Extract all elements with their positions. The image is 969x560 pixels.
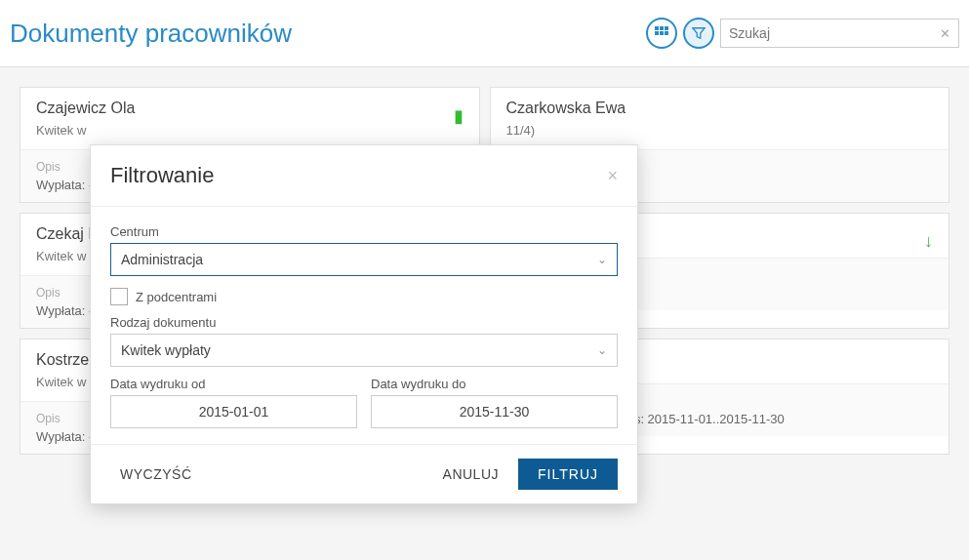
download-indicator-icon: ↓ — [924, 231, 933, 252]
date-to-input[interactable] — [371, 395, 618, 428]
page-header: Dokumenty pracowników ✕ — [0, 0, 969, 67]
search-box[interactable]: ✕ — [720, 19, 959, 48]
filter-toggle-button[interactable] — [683, 18, 714, 49]
grid-icon — [654, 25, 669, 41]
status-indicator-icon: ▮ — [454, 105, 464, 127]
subcenter-checkbox-row: Z podcentrami — [110, 288, 618, 305]
date-from-input[interactable] — [110, 395, 357, 428]
search-input[interactable] — [729, 25, 940, 41]
rodzaj-select[interactable]: Kwitek wypłaty ⌄ — [110, 334, 618, 367]
clear-button[interactable]: WYCZYŚĆ — [110, 459, 202, 490]
card-person-name: Czajewicz Ola — [36, 100, 464, 117]
subcenter-checkbox-label: Z podcentrami — [136, 290, 217, 304]
filter-button[interactable]: FILTRUJ — [518, 459, 618, 490]
chevron-down-icon: ⌄ — [597, 343, 607, 357]
date-to-label: Data wydruku do — [371, 377, 618, 391]
date-from-label: Data wydruku od — [110, 377, 357, 391]
close-icon[interactable]: × — [607, 166, 618, 186]
svg-rect-2 — [665, 26, 668, 30]
svg-rect-3 — [655, 31, 659, 35]
clear-search-icon[interactable]: ✕ — [940, 26, 950, 41]
header-controls: ✕ — [646, 18, 959, 49]
svg-rect-4 — [660, 31, 664, 35]
subcenter-checkbox[interactable] — [110, 288, 128, 305]
rodzaj-label: Rodzaj dokumentu — [110, 315, 618, 330]
centrum-label: Centrum — [110, 224, 618, 239]
svg-rect-1 — [660, 26, 664, 30]
centrum-value: Administracja — [121, 252, 203, 267]
card-subtitle: Kwitek w — [36, 123, 464, 138]
chevron-down-icon: ⌄ — [597, 253, 607, 266]
modal-footer: WYCZYŚĆ ANULUJ FILTRUJ — [91, 444, 637, 503]
modal-title: Filtrowanie — [110, 163, 214, 188]
page-title: Dokumenty pracowników — [10, 19, 292, 49]
rodzaj-value: Kwitek wypłaty — [121, 342, 211, 358]
svg-rect-5 — [665, 31, 668, 35]
svg-rect-0 — [655, 26, 659, 30]
modal-header: Filtrowanie × — [91, 145, 637, 207]
centrum-select[interactable]: Administracja ⌄ — [110, 243, 618, 276]
grid-view-button[interactable] — [646, 18, 677, 49]
filter-modal: Filtrowanie × Centrum Administracja ⌄ Z … — [90, 144, 638, 504]
cancel-button[interactable]: ANULUJ — [433, 459, 508, 490]
card-person-name: Czarkowska Ewa — [506, 100, 934, 117]
filter-icon — [692, 26, 706, 40]
date-range-row: Data wydruku od Data wydruku do — [110, 367, 618, 428]
modal-body: Centrum Administracja ⌄ Z podcentrami Ro… — [91, 207, 637, 444]
card-subtitle: 11/4) — [506, 123, 934, 138]
